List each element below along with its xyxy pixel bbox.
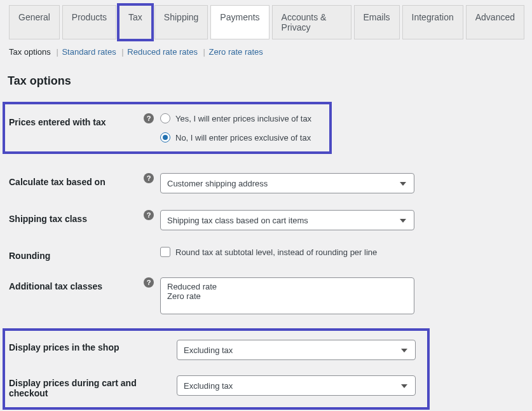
label-prices-entered: Prices entered with tax — [9, 113, 144, 127]
tab-products[interactable]: Products — [62, 5, 116, 39]
label-shipping-tax-class: Shipping tax class — [9, 210, 144, 224]
checkbox-rounding[interactable] — [160, 247, 170, 257]
label-calculate-based-on: Calculate tax based on — [9, 173, 144, 187]
textarea-additional-classes[interactable]: Reduced rate Zero rate — [160, 277, 414, 314]
separator: | — [121, 47, 123, 57]
separator: | — [56, 47, 58, 57]
tab-integration[interactable]: Integration — [402, 5, 463, 39]
radio-input[interactable] — [160, 113, 170, 123]
separator: | — [203, 47, 205, 57]
select-display-checkout[interactable]: Excluding tax — [177, 375, 416, 396]
label-display-checkout: Display prices during cart and checkout — [9, 375, 177, 398]
select-shipping-tax-class[interactable]: Shipping tax class based on cart items — [160, 210, 414, 230]
tab-payments[interactable]: Payments — [210, 5, 269, 39]
subtab-zero-rates[interactable]: Zero rate rates — [209, 47, 263, 57]
radio-exclusive[interactable]: No, I will enter prices exclusive of tax — [160, 132, 311, 143]
display-prices-section: Display prices in the shop Excluding tax… — [5, 331, 427, 407]
radio-input[interactable] — [160, 132, 170, 143]
prices-entered-section: Prices entered with tax ? Yes, I will en… — [5, 104, 329, 151]
select-calculate-based-on[interactable]: Customer shipping address — [160, 173, 414, 193]
tab-tax[interactable]: Tax — [119, 5, 152, 39]
label-display-shop: Display prices in the shop — [9, 340, 177, 352]
subtab-tax-options[interactable]: Tax options — [9, 47, 51, 57]
page-title: Tax options — [8, 74, 527, 88]
label-additional-classes: Additional tax classes — [9, 277, 144, 291]
radio-label: Yes, I will enter prices inclusive of ta… — [175, 114, 311, 123]
row-additional-classes: Additional tax classes ? Reduced rate Ze… — [5, 277, 527, 314]
select-display-shop[interactable]: Excluding tax — [177, 340, 416, 360]
row-rounding: Rounding Round tax at subtotal level, in… — [5, 247, 527, 261]
tab-advanced[interactable]: Advanced — [466, 5, 524, 39]
tab-accounts-privacy[interactable]: Accounts & Privacy — [272, 5, 351, 39]
subtabs: Tax options | Standard rates | Reduced r… — [9, 45, 527, 67]
tab-emails[interactable]: Emails — [354, 5, 400, 39]
subtab-reduced-rates[interactable]: Reduced rate rates — [127, 47, 198, 57]
radio-label: No, I will enter prices exclusive of tax — [175, 133, 311, 143]
row-calculate-based-on: Calculate tax based on ? Customer shippi… — [5, 173, 527, 193]
row-shipping-tax-class: Shipping tax class ? Shipping tax class … — [5, 210, 527, 230]
tab-general[interactable]: General — [9, 5, 60, 39]
help-icon[interactable]: ? — [144, 113, 154, 123]
help-icon[interactable]: ? — [144, 210, 154, 220]
checkbox-label: Round tax at subtotal level, instead of … — [175, 247, 377, 257]
subtab-standard-rates[interactable]: Standard rates — [62, 47, 116, 57]
tab-shipping[interactable]: Shipping — [154, 5, 208, 39]
radio-inclusive[interactable]: Yes, I will enter prices inclusive of ta… — [160, 113, 311, 123]
help-icon[interactable]: ? — [144, 277, 154, 288]
label-rounding: Rounding — [9, 247, 144, 261]
tabs-bar: General Products Tax Shipping Payments A… — [9, 5, 527, 39]
help-icon[interactable]: ? — [144, 173, 154, 183]
